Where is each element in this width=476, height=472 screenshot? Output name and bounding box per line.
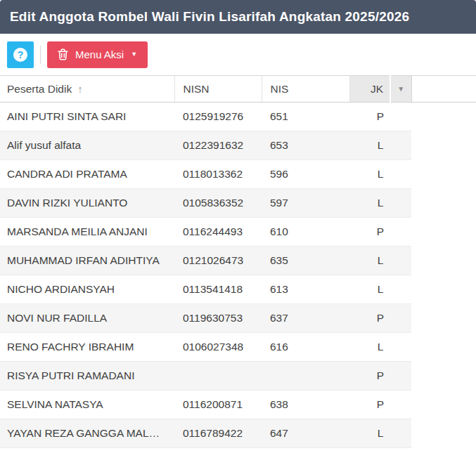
- table-row[interactable]: NOVI NUR FADILLA 0119630753 637 P: [0, 304, 476, 333]
- cell-nisn: 0106027348: [174, 333, 262, 362]
- cell-jk: P: [349, 103, 411, 131]
- cell-nis: 637: [262, 304, 349, 333]
- table-row[interactable]: SELVINA NATASYA 0116200871 638 P: [0, 391, 476, 419]
- header-filler-cell: [411, 76, 476, 103]
- page-title-bar: Edit Anggota Rombel Wali Fivin Lisarifah…: [0, 0, 476, 34]
- cell-nama: RISYA PUTRI RAMADANI: [0, 362, 174, 391]
- page-title: Edit Anggota Rombel Wali Fivin Lisarifah…: [10, 9, 409, 25]
- sort-asc-icon: ↑: [77, 83, 83, 95]
- cell-nama: AINI PUTRI SINTA SARI: [0, 103, 174, 131]
- cell-nama: YAYAN REZA GANGGA MALE…: [0, 419, 174, 448]
- cell-nama: Alif yusuf alfata: [0, 131, 174, 160]
- caret-down-icon: ▼: [131, 51, 137, 58]
- cell-nis: 635: [262, 247, 349, 275]
- table-row[interactable]: CANDRA ADI PRATAMA 0118013362 596 L: [0, 160, 476, 189]
- cell-jk: L: [349, 419, 411, 448]
- cell-nama: RENO FACHRY IBRAHIM: [0, 333, 174, 362]
- cell-filler: [411, 189, 476, 218]
- cell-nisn: 0116200871: [174, 391, 262, 419]
- cell-jk: L: [349, 189, 411, 218]
- table-row[interactable]: RISYA PUTRI RAMADANI P: [0, 362, 476, 391]
- cell-jk: P: [349, 304, 411, 333]
- peserta-didik-table: Peserta Didik↑ NISN NIS JK ▼ AINI PUTRI …: [0, 75, 476, 448]
- cell-nama: DAVIN RIZKI YULIANTO: [0, 189, 174, 218]
- cell-nisn: 0119630753: [174, 304, 262, 333]
- table-row[interactable]: Alif yusuf alfata 0122391632 653 L: [0, 131, 476, 160]
- cell-nisn: 0113541418: [174, 275, 262, 304]
- cell-jk: P: [349, 218, 411, 247]
- cell-nis: 613: [262, 275, 349, 304]
- table-row[interactable]: MUHAMMAD IRFAN ADIHTIYA 0121026473 635 L: [0, 247, 476, 275]
- question-circle-icon: ?: [13, 48, 27, 62]
- cell-filler: [411, 333, 476, 362]
- column-header-jk[interactable]: JK: [349, 76, 390, 103]
- cell-nis: 597: [262, 189, 349, 218]
- cell-nis: 616: [262, 333, 349, 362]
- column-header-nis[interactable]: NIS: [262, 76, 349, 103]
- cell-filler: [411, 160, 476, 189]
- cell-filler: [411, 103, 476, 131]
- cell-nisn: 0116789422: [174, 419, 262, 448]
- toolbar-divider: [40, 46, 41, 64]
- cell-nisn: 0105836352: [174, 189, 262, 218]
- cell-nisn: 0122391632: [174, 131, 262, 160]
- help-button[interactable]: ?: [7, 41, 34, 68]
- cell-nama: MARSANDA MEILIA ANJANI: [0, 218, 174, 247]
- cell-nisn: [174, 362, 262, 391]
- cell-filler: [411, 247, 476, 275]
- menu-aksi-button[interactable]: Menu Aksi ▼: [47, 41, 148, 68]
- cell-filler: [411, 275, 476, 304]
- cell-filler: [411, 391, 476, 419]
- table-header-row: Peserta Didik↑ NISN NIS JK ▼: [0, 76, 476, 103]
- cell-filler: [411, 131, 476, 160]
- cell-jk: L: [349, 333, 411, 362]
- trash-icon: [58, 48, 68, 60]
- jk-filter-caret-button[interactable]: ▼: [390, 76, 411, 103]
- cell-filler: [411, 304, 476, 333]
- cell-nama: NICHO ARDIANSYAH: [0, 275, 174, 304]
- column-header-peserta-didik[interactable]: Peserta Didik↑: [0, 76, 174, 103]
- cell-nis: [262, 362, 349, 391]
- cell-jk: L: [349, 160, 411, 189]
- table-row[interactable]: YAYAN REZA GANGGA MALE… 0116789422 647 L: [0, 419, 476, 448]
- cell-jk: P: [349, 391, 411, 419]
- table-row[interactable]: RENO FACHRY IBRAHIM 0106027348 616 L: [0, 333, 476, 362]
- toolbar: ? Menu Aksi ▼: [0, 34, 476, 75]
- table-row[interactable]: DAVIN RIZKI YULIANTO 0105836352 597 L: [0, 189, 476, 218]
- cell-jk: L: [349, 275, 411, 304]
- cell-filler: [411, 419, 476, 448]
- cell-filler: [411, 362, 476, 391]
- cell-nama: NOVI NUR FADILLA: [0, 304, 174, 333]
- cell-nis: 647: [262, 419, 349, 448]
- cell-nis: 651: [262, 103, 349, 131]
- cell-nis: 653: [262, 131, 349, 160]
- cell-nisn: 0116244493: [174, 218, 262, 247]
- table-row[interactable]: AINI PUTRI SINTA SARI 0125919276 651 P: [0, 103, 476, 131]
- menu-aksi-label: Menu Aksi: [75, 48, 124, 60]
- cell-nama: SELVINA NATASYA: [0, 391, 174, 419]
- cell-nis: 638: [262, 391, 349, 419]
- cell-jk: L: [349, 247, 411, 275]
- cell-filler: [411, 218, 476, 247]
- cell-nama: CANDRA ADI PRATAMA: [0, 160, 174, 189]
- cell-nisn: 0125919276: [174, 103, 262, 131]
- cell-jk: P: [349, 362, 411, 391]
- cell-nisn: 0118013362: [174, 160, 262, 189]
- cell-nis: 610: [262, 218, 349, 247]
- cell-nisn: 0121026473: [174, 247, 262, 275]
- table-row[interactable]: NICHO ARDIANSYAH 0113541418 613 L: [0, 275, 476, 304]
- cell-nis: 596: [262, 160, 349, 189]
- table-row[interactable]: MARSANDA MEILIA ANJANI 0116244493 610 P: [0, 218, 476, 247]
- cell-nama: MUHAMMAD IRFAN ADIHTIYA: [0, 247, 174, 275]
- cell-jk: L: [349, 131, 411, 160]
- column-header-nisn[interactable]: NISN: [174, 76, 262, 103]
